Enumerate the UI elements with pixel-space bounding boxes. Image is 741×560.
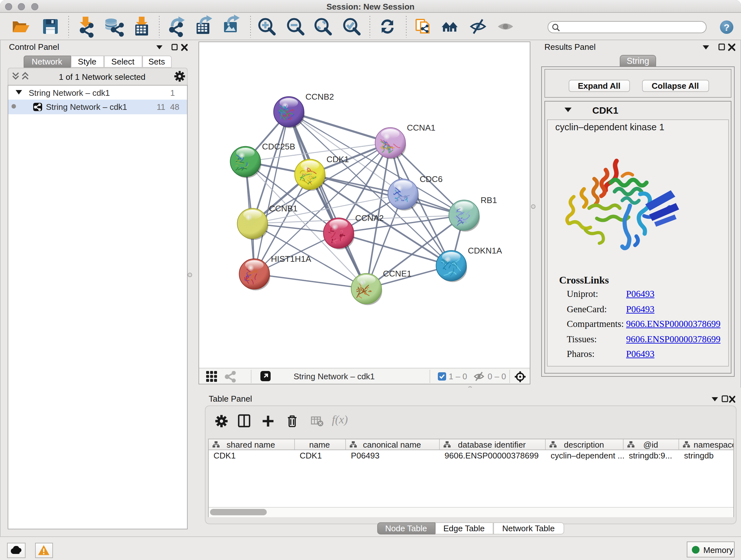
svg-text:HIST1H1A: HIST1H1A — [271, 254, 312, 264]
svg-text:CCNB2: CCNB2 — [306, 92, 334, 102]
svg-text:CDC25B: CDC25B — [262, 142, 295, 151]
svg-text:CDKN1A: CDKN1A — [468, 246, 502, 255]
svg-text:CCNA1: CCNA1 — [407, 123, 435, 132]
svg-text:CCNA2: CCNA2 — [355, 213, 384, 223]
svg-text:CDC6: CDC6 — [420, 174, 443, 184]
svg-text:RB1: RB1 — [481, 195, 497, 205]
svg-text:CDK1: CDK1 — [327, 154, 349, 164]
svg-text:CCNE1: CCNE1 — [383, 269, 411, 278]
svg-text:CCNB1: CCNB1 — [269, 204, 297, 213]
